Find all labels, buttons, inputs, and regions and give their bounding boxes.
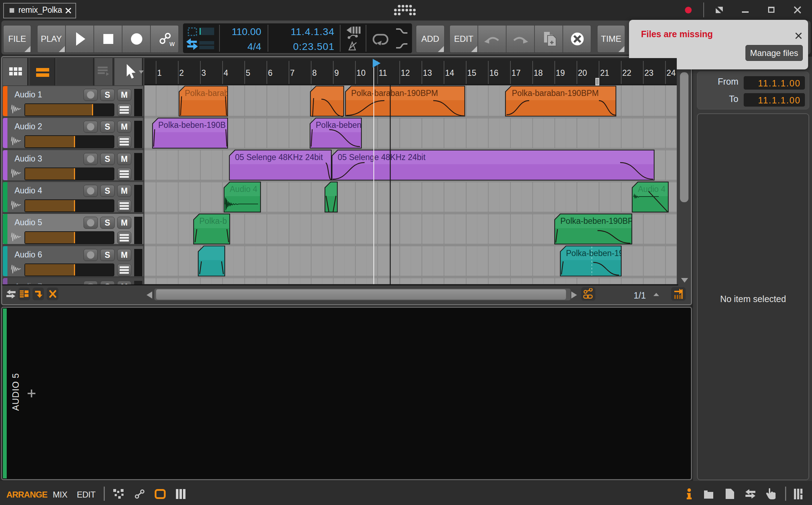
svg-text:21: 21 bbox=[600, 68, 609, 78]
svg-text:11: 11 bbox=[379, 68, 387, 78]
svg-text:15: 15 bbox=[467, 68, 476, 78]
svg-text:9: 9 bbox=[334, 68, 339, 78]
svg-text:05 Selenge 48KHz 24bit: 05 Selenge 48KHz 24bit bbox=[235, 153, 323, 162]
svg-text:Polka-beben-190BPM: Polka-beben-190BPM bbox=[560, 216, 640, 226]
svg-text:2: 2 bbox=[179, 68, 184, 78]
svg-text:22: 22 bbox=[622, 68, 631, 78]
svg-text:18: 18 bbox=[534, 68, 543, 78]
svg-text:Audio 4: Audio 4 bbox=[638, 185, 665, 194]
svg-text:14: 14 bbox=[445, 68, 454, 78]
svg-text:4: 4 bbox=[224, 68, 228, 78]
svg-text:05 Selenge 48KHz 24bit: 05 Selenge 48KHz 24bit bbox=[338, 153, 426, 162]
svg-text:23: 23 bbox=[645, 68, 654, 78]
svg-text:Polka-baraban-190BPM: Polka-baraban-190BPM bbox=[351, 89, 438, 98]
svg-text:19: 19 bbox=[556, 68, 565, 78]
svg-text:20: 20 bbox=[578, 68, 587, 78]
svg-text:Polka-b: Polka-b bbox=[199, 216, 227, 226]
svg-text:8: 8 bbox=[312, 68, 317, 78]
svg-text:5: 5 bbox=[246, 68, 250, 78]
svg-text:w: w bbox=[169, 40, 175, 47]
svg-text:12: 12 bbox=[401, 68, 410, 78]
svg-text:13: 13 bbox=[423, 68, 432, 78]
svg-text:3: 3 bbox=[201, 68, 206, 78]
svg-text:6: 6 bbox=[268, 68, 273, 78]
svg-text:Polka-baraban-190BPM: Polka-baraban-190BPM bbox=[512, 89, 599, 98]
svg-text:Audio 4: Audio 4 bbox=[230, 185, 257, 194]
svg-text:10: 10 bbox=[356, 68, 366, 78]
svg-text:Polka-beben-190: Polka-beben-190 bbox=[566, 249, 628, 258]
svg-text:17: 17 bbox=[511, 68, 521, 78]
svg-text:24: 24 bbox=[667, 68, 676, 78]
svg-text:7: 7 bbox=[290, 68, 295, 78]
svg-text:Polka-barab: Polka-barab bbox=[185, 89, 229, 98]
svg-text:Polka-beben-190B: Polka-beben-190B bbox=[158, 120, 226, 130]
svg-text:1: 1 bbox=[157, 68, 162, 78]
svg-text:16: 16 bbox=[490, 68, 499, 78]
